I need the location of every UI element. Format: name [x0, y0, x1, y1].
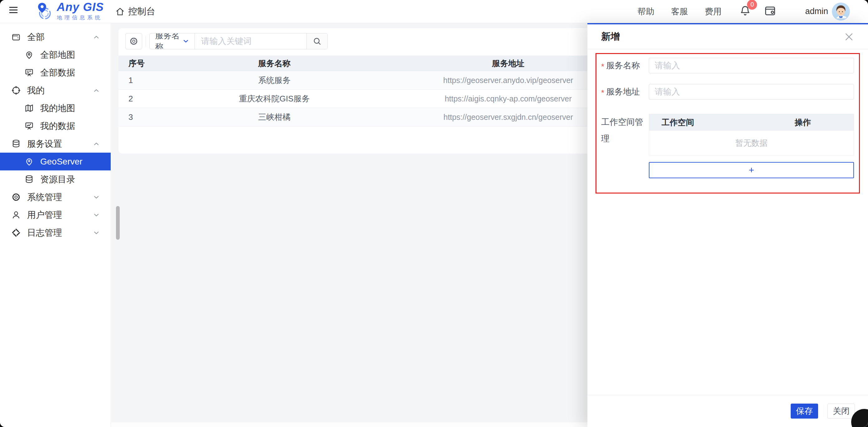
service-name-label: 服务名称 — [601, 60, 649, 71]
app-logo: Any GIS 地理信息系统 — [34, 2, 104, 22]
toolbar-divider — [146, 36, 146, 46]
logo-pin-globe-icon — [34, 2, 54, 22]
hamburger-menu-button[interactable] — [8, 5, 22, 19]
card-gear-icon — [764, 5, 776, 17]
sidebar-item-resource-dir[interactable]: 资源目录 — [0, 170, 111, 188]
console-nav-button[interactable]: 控制台 — [115, 5, 155, 18]
board-icon — [24, 68, 34, 78]
add-workspace-button[interactable]: + — [649, 162, 854, 178]
billing-center-button[interactable] — [764, 5, 776, 19]
drawer-footer: 保存 关闭 — [587, 395, 868, 427]
database-icon — [24, 174, 34, 184]
column-settings-button[interactable] — [125, 33, 142, 49]
sidebar-item-all-maps[interactable]: 全部地图 — [0, 46, 111, 64]
chart-board-icon — [24, 121, 34, 131]
avatar[interactable] — [832, 2, 850, 21]
vertical-scrollbar-thumb[interactable] — [116, 206, 120, 240]
username[interactable]: admin — [805, 6, 828, 16]
sidebar-item-log-mgmt[interactable]: 日志管理 — [0, 224, 111, 241]
service-url-label: 服务地址 — [601, 86, 649, 97]
close-icon[interactable] — [844, 31, 854, 42]
logo-subtitle: 地理信息系统 — [57, 14, 104, 21]
chevron-up-icon — [93, 140, 100, 148]
search-group: 服务名称 — [149, 33, 328, 49]
wallet-icon — [11, 32, 21, 42]
sidebar-item-system-mgmt[interactable]: 系统管理 — [0, 188, 111, 206]
filter-field-select[interactable]: 服务名称 — [150, 33, 195, 49]
sidebar-nav: 全部 全部地图 全部数据 我的 我的地图 — [0, 23, 111, 427]
save-button[interactable]: 保存 — [791, 404, 818, 419]
gear-icon — [129, 36, 138, 46]
sidebar-item-all-data[interactable]: 全部数据 — [0, 64, 111, 82]
header-right: 帮助 客服 费用 0 admin — [620, 2, 868, 21]
sidebar-item-geoserver[interactable]: GeoServer — [0, 153, 111, 170]
support-link[interactable]: 客服 — [671, 6, 688, 17]
app-window: Any GIS 地理信息系统 控制台 帮助 客服 费用 0 admin — [0, 0, 868, 427]
sidebar-item-all[interactable]: 全部 — [0, 28, 111, 46]
search-icon — [312, 36, 322, 46]
sidebar-item-my-maps[interactable]: 我的地图 — [0, 99, 111, 117]
keyword-search-input[interactable] — [195, 33, 307, 49]
pin-plus-icon — [24, 157, 34, 166]
service-name-input[interactable] — [649, 58, 854, 73]
column-header-index: 序号 — [119, 58, 181, 69]
notification-button[interactable]: 0 — [739, 5, 751, 19]
form-row-workspace: 工作空间管理 工作空间 操作 暂无数据 + — [601, 114, 854, 178]
form-row-service-name: 服务名称 — [601, 58, 854, 73]
notification-badge: 0 — [747, 0, 757, 10]
column-header-name: 服务名称 — [181, 58, 368, 69]
map-pin-icon — [24, 50, 34, 60]
console-label: 控制台 — [128, 5, 155, 18]
sidebar-item-mine[interactable]: 我的 — [0, 82, 111, 99]
search-button[interactable] — [307, 33, 328, 49]
annotation-highlight: 服务名称 服务地址 工作空间管理 工作空间 操作 暂无数据 + — [595, 53, 860, 194]
aperture-icon — [11, 228, 21, 237]
sidebar-item-user-mgmt[interactable]: 用户管理 — [0, 206, 111, 224]
logo-title: Any GIS — [57, 2, 104, 13]
folded-map-icon — [24, 103, 34, 113]
chevron-up-icon — [93, 33, 100, 41]
operation-column-header: 操作 — [752, 117, 854, 128]
service-url-input[interactable] — [649, 84, 854, 99]
workspace-empty-state: 暂无数据 — [649, 131, 854, 155]
hamburger-icon — [8, 5, 19, 15]
drawer-header: 新增 — [587, 24, 868, 49]
chevron-up-icon — [93, 87, 100, 94]
sidebar-item-my-data[interactable]: 我的数据 — [0, 117, 111, 135]
drawer-close-button[interactable]: 关闭 — [828, 404, 855, 419]
workspace-table: 工作空间 操作 暂无数据 + — [649, 114, 854, 178]
workspace-column-header: 工作空间 — [649, 117, 752, 128]
form-row-service-url: 服务地址 — [601, 84, 854, 99]
workspace-mgmt-label: 工作空间管理 — [601, 114, 649, 147]
gear-icon — [11, 192, 21, 202]
sidebar-item-service-setup[interactable]: 服务设置 — [0, 135, 111, 153]
crosshair-icon — [11, 86, 21, 95]
billing-link[interactable]: 费用 — [705, 6, 721, 17]
chevron-down-icon — [93, 229, 100, 236]
user-icon — [11, 210, 21, 220]
top-header: Any GIS 地理信息系统 控制台 帮助 客服 费用 0 admin — [0, 0, 868, 23]
chevron-down-icon — [93, 211, 100, 219]
database-icon — [11, 139, 21, 149]
workspace-table-header: 工作空间 操作 — [649, 114, 854, 131]
drawer-title: 新增 — [601, 30, 620, 43]
help-link[interactable]: 帮助 — [637, 6, 654, 17]
chevron-down-icon — [93, 194, 100, 201]
home-icon — [115, 6, 125, 17]
add-service-drawer: 新增 服务名称 服务地址 工作空间管理 工作空间 操作 暂无数据 — [587, 23, 868, 427]
chevron-down-icon — [182, 37, 190, 45]
